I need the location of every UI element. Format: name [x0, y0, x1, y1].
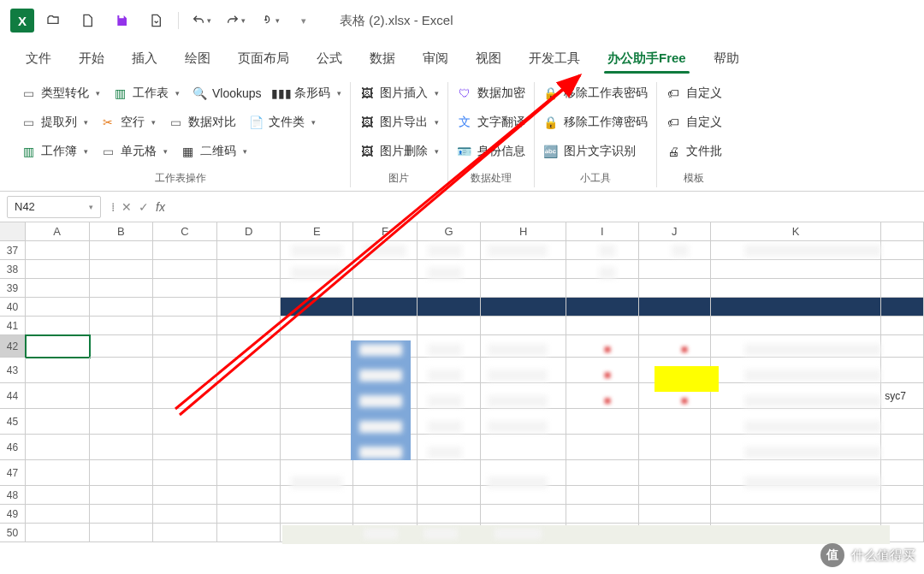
cell[interactable] [566, 335, 639, 358]
table-row[interactable]: 41 [0, 317, 924, 335]
cell[interactable] [217, 358, 281, 383]
cell[interactable] [153, 383, 217, 409]
cancel-icon[interactable]: ✕ [121, 200, 132, 214]
workbook-button[interactable]: ▥工作簿▾ [21, 144, 88, 159]
cell[interactable] [881, 241, 924, 260]
cell[interactable] [711, 524, 881, 542]
cell[interactable] [90, 260, 154, 279]
cell[interactable] [353, 241, 418, 260]
cell[interactable] [353, 524, 418, 542]
name-box[interactable]: N42▾ [7, 196, 101, 218]
cell[interactable] [281, 335, 353, 358]
cell[interactable] [90, 279, 154, 298]
cell[interactable] [881, 298, 924, 317]
cell[interactable] [90, 505, 154, 524]
cell[interactable] [566, 260, 639, 279]
cell[interactable] [481, 298, 566, 317]
cell[interactable] [711, 409, 881, 435]
cell[interactable] [353, 260, 418, 279]
barcode-button[interactable]: ▮▮▮条形码▾ [274, 86, 341, 101]
cell[interactable] [281, 358, 353, 383]
cell[interactable] [639, 241, 712, 260]
table-row[interactable]: 44syc7 [0, 383, 924, 409]
text-translate-button[interactable]: 文文字翻译 [457, 115, 525, 130]
cell[interactable] [26, 505, 90, 524]
cell[interactable] [418, 260, 482, 279]
cell[interactable] [711, 241, 881, 260]
blank-row-button[interactable]: ✂空行▾ [100, 115, 156, 130]
row-header[interactable]: 48 [0, 486, 26, 505]
cell[interactable] [639, 505, 712, 524]
tab-insert[interactable]: 插入 [118, 44, 171, 74]
remove-sheet-pwd-button[interactable]: 🔒移除工作表密码 [543, 86, 648, 101]
cell[interactable] [153, 358, 217, 383]
row-header[interactable]: 42 [0, 335, 26, 358]
cell[interactable] [153, 460, 217, 486]
fx-icon[interactable]: fx [156, 200, 165, 214]
cell[interactable] [418, 335, 482, 358]
data-compare-button[interactable]: ▭数据对比 [168, 115, 236, 130]
col-header[interactable]: K [711, 222, 881, 241]
cell[interactable] [418, 486, 482, 505]
cell[interactable] [418, 524, 482, 542]
col-header[interactable]: I [566, 222, 639, 241]
file-batch-button[interactable]: 🖨文件批 [666, 144, 722, 159]
cell[interactable] [90, 460, 154, 486]
cell[interactable] [90, 335, 154, 358]
save-icon[interactable] [110, 9, 133, 33]
cell[interactable] [481, 260, 566, 279]
img-ocr-button[interactable]: 🔤图片文字识别 [543, 144, 636, 159]
table-row[interactable]: 43 [0, 358, 924, 383]
id-info-button[interactable]: 🪪身份信息 [457, 144, 525, 159]
cell[interactable] [217, 486, 281, 505]
cell[interactable] [881, 358, 924, 383]
cell[interactable] [566, 317, 639, 335]
cell[interactable] [639, 298, 712, 317]
touch-mode-icon[interactable]: ▾ [258, 9, 281, 33]
worksheet-button[interactable]: ▥工作表▾ [112, 86, 180, 101]
cell[interactable] [26, 409, 90, 435]
cell[interactable] [153, 335, 217, 358]
cell[interactable] [481, 505, 566, 524]
col-header[interactable]: J [639, 222, 712, 241]
cell[interactable] [639, 460, 712, 486]
col-header[interactable]: D [217, 222, 281, 241]
cell[interactable] [353, 335, 418, 358]
cell[interactable] [153, 486, 217, 505]
select-all-corner[interactable] [0, 222, 26, 241]
cell[interactable] [353, 409, 418, 435]
file-type-button[interactable]: 📄文件类▾ [248, 115, 316, 130]
cell[interactable] [481, 435, 566, 460]
cell[interactable] [281, 505, 353, 524]
col-header[interactable]: B [90, 222, 154, 241]
cell[interactable] [153, 298, 217, 317]
cell[interactable] [217, 505, 281, 524]
cell[interactable] [281, 279, 353, 298]
cell[interactable] [711, 383, 881, 409]
cell[interactable] [481, 358, 566, 383]
cell[interactable] [217, 335, 281, 358]
col-header[interactable]: F [353, 222, 418, 241]
cell[interactable] [353, 486, 418, 505]
new-file-icon[interactable] [75, 9, 99, 33]
cell[interactable] [881, 260, 924, 279]
cell[interactable] [26, 460, 90, 486]
extract-col-button[interactable]: ▭提取列▾ [21, 115, 88, 130]
cell[interactable] [26, 435, 90, 460]
cell[interactable] [26, 524, 90, 542]
cell[interactable] [418, 383, 482, 409]
cell[interactable] [153, 505, 217, 524]
tab-view[interactable]: 视图 [462, 44, 515, 74]
cell[interactable] [639, 317, 712, 335]
cell[interactable] [639, 486, 712, 505]
tab-help[interactable]: 帮助 [700, 44, 753, 74]
spreadsheet-grid[interactable]: A B C D E F G H I J K 3738394041424344sy… [0, 222, 924, 549]
row-header[interactable]: 40 [0, 298, 26, 317]
remove-book-pwd-button[interactable]: 🔒移除工作簿密码 [543, 115, 648, 130]
cell[interactable] [26, 383, 90, 409]
cell[interactable] [639, 335, 712, 358]
cell[interactable] [281, 298, 353, 317]
tab-file[interactable]: 文件 [12, 44, 65, 74]
customize-qat-icon[interactable]: ▾ [292, 9, 316, 33]
cell[interactable] [481, 409, 566, 435]
